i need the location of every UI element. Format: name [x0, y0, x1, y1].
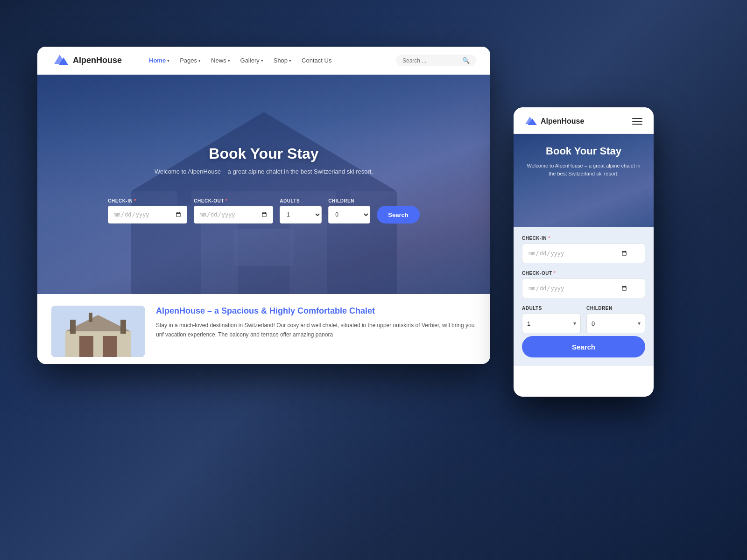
mobile-header: AlpenHouse — [514, 107, 654, 134]
svg-rect-13 — [79, 336, 93, 357]
children-select[interactable]: 0 1 2 3 — [328, 206, 370, 224]
content-text: AlpenHouse – a Spacious & Highly Comfort… — [156, 306, 476, 352]
svg-rect-14 — [103, 336, 117, 357]
hero-title: Book Your Stay — [155, 145, 373, 162]
search-button[interactable]: Search — [377, 206, 419, 224]
mobile-checkout-group: CHECK-OUT * — [522, 271, 645, 298]
mobile-mockup: AlpenHouse Book Your Stay Welcome to Alp… — [514, 107, 654, 397]
nav-contact-label: Contact Us — [302, 57, 331, 64]
nav-shop[interactable]: Shop ▾ — [270, 54, 295, 67]
mobile-logo-text: AlpenHouse — [541, 117, 584, 126]
hamburger-line-3 — [632, 124, 642, 125]
children-group: CHILDREN 0 1 2 3 — [328, 198, 370, 224]
hero-content: Book Your Stay Welcome to AlpenHouse – a… — [155, 145, 373, 189]
hero-subtitle: Welcome to AlpenHouse – a great alpine c… — [155, 168, 373, 175]
checkin-input[interactable] — [108, 206, 187, 224]
adults-select[interactable]: 1 2 3 4 — [280, 206, 322, 224]
chalet-image-inner — [51, 306, 145, 357]
search-icon: 🔍 — [462, 57, 470, 64]
logo-icon — [51, 54, 68, 68]
checkout-required: * — [226, 198, 227, 203]
chalet-image — [51, 306, 145, 357]
nav-contact[interactable]: Contact Us — [298, 54, 335, 67]
mobile-children-group: CHILDREN 0 1 2 3 — [586, 306, 645, 333]
logo-text: AlpenHouse — [73, 56, 122, 65]
nav-news[interactable]: News ▾ — [207, 54, 234, 67]
svg-rect-15 — [70, 320, 76, 334]
mobile-adults-select[interactable]: 1 2 3 4 — [522, 314, 581, 333]
checkin-label: CHECK-IN * — [108, 198, 187, 203]
mobile-checkout-label: CHECK-OUT * — [522, 271, 645, 276]
nav-home[interactable]: Home ▾ — [145, 54, 173, 67]
mobile-hero-subtitle: Welcome to AlpenHouse – a great alpine c… — [523, 162, 644, 177]
chalet-svg — [51, 306, 145, 357]
children-label: CHILDREN — [328, 198, 370, 203]
mobile-checkin-label: CHECK-IN * — [522, 236, 645, 241]
content-body: Stay in a much-loved destination in Swit… — [156, 321, 476, 339]
mobile-checkin-input[interactable] — [522, 244, 645, 263]
hamburger-line-2 — [632, 121, 642, 122]
nav-news-chevron: ▾ — [228, 58, 230, 63]
mobile-form: CHECK-IN * CHECK-OUT * ADULTS 1 2 3 — [514, 227, 654, 366]
search-bar[interactable]: 🔍 — [396, 55, 476, 66]
svg-rect-5 — [289, 215, 327, 294]
content-section: AlpenHouse – a Spacious & Highly Comfort… — [37, 294, 490, 364]
nav-news-label: News — [211, 57, 226, 64]
nav-shop-chevron: ▾ — [289, 58, 291, 63]
mobile-hero-title: Book Your Stay — [546, 145, 621, 157]
svg-rect-4 — [201, 215, 238, 294]
svg-rect-17 — [89, 313, 92, 322]
mobile-adults-group: ADULTS 1 2 3 4 — [522, 306, 581, 333]
content-title: AlpenHouse – a Spacious & Highly Comfort… — [156, 306, 476, 316]
search-input[interactable] — [402, 57, 458, 64]
mobile-logo-area: AlpenHouse — [523, 116, 630, 127]
mobile-checkout-required: * — [554, 271, 556, 276]
svg-rect-6 — [233, 229, 294, 266]
mobile-checkout-input[interactable] — [522, 279, 645, 298]
mobile-children-select[interactable]: 0 1 2 3 — [586, 314, 645, 333]
mobile-checkin-required: * — [548, 236, 550, 241]
nav-pages-label: Pages — [180, 57, 197, 64]
mobile-checkin-group: CHECK-IN * — [522, 236, 645, 263]
mobile-adults-wrapper: 1 2 3 4 — [522, 314, 581, 333]
mobile-search-button[interactable]: Search — [522, 336, 645, 357]
adults-label: ADULTS — [280, 198, 322, 203]
nav-links: Home ▾ Pages ▾ News ▾ Gallery ▾ Shop ▾ C… — [145, 54, 382, 67]
mobile-adults-children-row: ADULTS 1 2 3 4 CHILDREN 0 1 2 — [522, 306, 645, 333]
nav-gallery-chevron: ▾ — [261, 58, 263, 63]
svg-rect-16 — [120, 320, 126, 334]
hero-section: Book Your Stay Welcome to AlpenHouse – a… — [37, 75, 490, 294]
checkin-required: * — [134, 198, 136, 203]
svg-rect-11 — [65, 331, 131, 357]
nav-home-label: Home — [149, 57, 166, 64]
navbar: AlpenHouse Home ▾ Pages ▾ News ▾ Gallery… — [37, 47, 490, 75]
mobile-children-label: CHILDREN — [586, 306, 645, 311]
checkout-label: CHECK-OUT * — [194, 198, 273, 203]
booking-form: CHECK-IN * CHECK-OUT * ADULTS 1 2 3 — [108, 198, 419, 224]
mobile-adults-label: ADULTS — [522, 306, 581, 311]
nav-pages[interactable]: Pages ▾ — [176, 54, 204, 67]
mobile-logo-icon — [523, 116, 537, 127]
nav-pages-chevron: ▾ — [198, 58, 201, 63]
checkin-group: CHECK-IN * — [108, 198, 187, 224]
mobile-hero: Book Your Stay Welcome to AlpenHouse – a… — [514, 134, 654, 227]
logo-area: AlpenHouse — [51, 54, 122, 68]
nav-gallery-label: Gallery — [240, 57, 260, 64]
mobile-children-wrapper: 0 1 2 3 — [586, 314, 645, 333]
checkout-input[interactable] — [194, 206, 273, 224]
nav-shop-label: Shop — [274, 57, 288, 64]
adults-group: ADULTS 1 2 3 4 — [280, 198, 322, 224]
nav-gallery[interactable]: Gallery ▾ — [237, 54, 267, 67]
desktop-mockup: AlpenHouse Home ▾ Pages ▾ News ▾ Gallery… — [37, 47, 490, 364]
hamburger-line-1 — [632, 118, 642, 119]
hamburger-menu[interactable] — [630, 116, 644, 126]
nav-home-chevron: ▾ — [167, 58, 169, 63]
checkout-group: CHECK-OUT * — [194, 198, 273, 224]
